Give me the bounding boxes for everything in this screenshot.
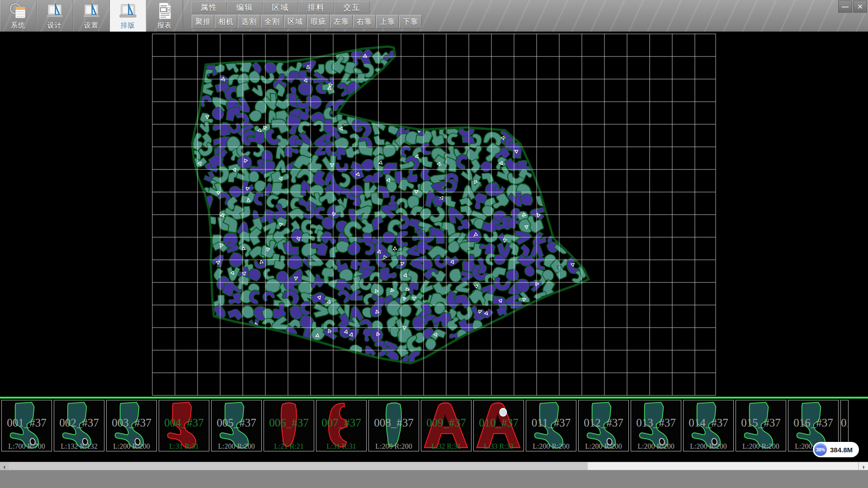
piece-lr-stats: L:200 R:200 — [526, 442, 576, 450]
scroll-right-icon: › — [863, 463, 865, 470]
piece-tile-010_#37[interactable]: 010_#37L:33 R:33 — [473, 400, 524, 451]
app-window: { "window": { "controls": { "minimize_ic… — [0, 0, 868, 488]
mode-label: 设计 — [47, 21, 62, 30]
piece-id-label: 004_#37 — [159, 417, 209, 429]
mode-button-排版[interactable]: 排版 — [110, 0, 146, 32]
tool-button-选割[interactable]: 选割 — [238, 15, 260, 28]
piece-tile-013_#37[interactable]: 013_#37L:200 R:200 — [631, 400, 681, 451]
progress-circle: 38% — [814, 443, 827, 456]
piece-id-label: 007_#37 — [316, 417, 366, 429]
piece-lr-stats: L:200 R:200 — [684, 442, 733, 450]
minimize-button[interactable]: — — [838, 0, 852, 13]
filmstrip-accent-line — [0, 397, 868, 399]
tool-button-瑕疵[interactable]: 瑕疵 — [307, 15, 330, 28]
piece-id-label: 012_#37 — [579, 417, 628, 429]
piece-tile-005_#37[interactable]: 005_#37L:200 R:200 — [211, 400, 262, 451]
piece-tile-003_#37[interactable]: 003_#37L:200 R:200 — [106, 400, 157, 451]
close-button[interactable]: ✕ — [853, 0, 867, 13]
piece-lr-stats: L:200 R:200 — [579, 442, 628, 450]
scrollbar-thumb[interactable] — [588, 462, 858, 470]
horizontal-scrollbar[interactable]: ‹ › — [0, 462, 868, 470]
tool-button-左靠[interactable]: 左靠 — [330, 15, 353, 28]
piece-tile-006_#37[interactable]: 006_#37L:21 R:21 — [264, 400, 314, 451]
tool-button-上靠[interactable]: 上靠 — [376, 15, 399, 28]
piece-lr-stats: L:200 R:200 — [369, 442, 419, 450]
piece-lr-stats: L:200 R:200 — [631, 442, 681, 450]
mode-button-bar: 系统设计设置排版报表 — [0, 0, 183, 32]
piece-tile-001_#37[interactable]: 001_#37L:700 R:700 — [1, 400, 52, 451]
piece-tile-009_#37[interactable]: 009_#37L:32 R:31 — [421, 400, 472, 451]
piece-lr-stats: L:200 R:200 — [212, 442, 261, 450]
settings-ruler-icon — [82, 1, 101, 20]
piece-tile-008_#37[interactable]: 008_#37L:200 R:200 — [368, 400, 419, 451]
piece-tile-014_#37[interactable]: 014_#37L:200 R:200 — [683, 400, 734, 451]
memory-badge[interactable]: 38% 384.8M — [813, 442, 859, 457]
piece-lr-stats: L:132 R:132 — [54, 442, 104, 450]
menu-tab-属性[interactable]: 属性 — [191, 1, 227, 14]
piece-tile-list: 001_#37L:700 R:700002_#37L:132 R:132003_… — [1, 400, 849, 451]
menu-tab-bar: 属性编辑区域排料交互 — [191, 1, 370, 14]
nesting-canvas[interactable] — [0, 32, 868, 397]
piece-id-label: 003_#37 — [107, 417, 156, 429]
piece-id-label: 015_#37 — [736, 417, 786, 429]
scroll-left-button[interactable]: ‹ — [0, 462, 9, 470]
mode-button-报表[interactable]: 报表 — [146, 0, 183, 32]
tool-button-相机[interactable]: 相机 — [215, 15, 237, 28]
piece-filmstrip: 001_#37L:700 R:700002_#37L:132 R:132003_… — [0, 397, 868, 454]
report-doc-icon — [155, 1, 174, 20]
window-controls: — ✕ — [838, 0, 867, 13]
piece-tile-015_#37[interactable]: 015_#37L:200 R:200 — [736, 400, 786, 451]
design-ruler-icon — [45, 1, 64, 20]
piece-id-label: 017_#37 — [841, 417, 848, 429]
piece-id-label: 008_#37 — [369, 417, 419, 429]
tool-button-全割[interactable]: 全割 — [261, 15, 283, 28]
scroll-left-icon: ‹ — [4, 463, 6, 470]
piece-tile-007_#37[interactable]: 007_#37L:31 R:31 — [316, 400, 367, 451]
piece-lr-stats: L:200 R:200 — [107, 442, 156, 450]
mode-button-系统[interactable]: 系统 — [0, 0, 37, 32]
menu-tab-交互[interactable]: 交互 — [334, 1, 370, 14]
mode-button-设计[interactable]: 设计 — [37, 0, 73, 32]
piece-id-label: 009_#37 — [421, 417, 471, 429]
toolbar-chrome: 系统设计设置排版报表 属性编辑区域排料交互 聚排相机选割全割区域瑕疵左靠右靠上靠… — [0, 0, 868, 32]
tool-button-右靠[interactable]: 右靠 — [353, 15, 376, 28]
mode-label: 报表 — [157, 21, 172, 30]
system-gear-icon — [9, 1, 28, 20]
piece-id-label: 001_#37 — [2, 417, 52, 429]
nesting-ruler-icon — [118, 1, 137, 20]
mode-button-设置[interactable]: 设置 — [73, 0, 110, 32]
menu-tab-编辑[interactable]: 编辑 — [227, 1, 263, 14]
piece-id-label: 011_#37 — [526, 417, 576, 429]
mode-label: 排版 — [121, 21, 135, 30]
piece-lr-stats: L:200 R:200 — [736, 442, 786, 450]
piece-lr-stats: L:31 R:31 — [159, 442, 209, 450]
piece-tile-011_#37[interactable]: 011_#37L:200 R:200 — [526, 400, 576, 451]
status-bar — [0, 470, 868, 488]
piece-id-label: 002_#37 — [54, 417, 104, 429]
menu-tab-区域[interactable]: 区域 — [263, 1, 298, 14]
tool-button-区域[interactable]: 区域 — [284, 15, 307, 28]
piece-id-label: 016_#37 — [788, 417, 838, 429]
piece-id-label: 010_#37 — [474, 417, 524, 429]
piece-lr-stats: L:700 R:700 — [2, 442, 52, 450]
piece-lr-stats: L:33 R:33 — [474, 442, 524, 450]
piece-lr-stats: L:21 R:21 — [264, 442, 314, 450]
nest-drawing — [0, 32, 868, 397]
piece-lr-stats: L:32 R:31 — [421, 442, 471, 450]
piece-id-label: 006_#37 — [264, 417, 314, 429]
piece-tile-004_#37[interactable]: 004_#37L:31 R:31 — [159, 400, 209, 451]
tool-button-聚排[interactable]: 聚排 — [192, 15, 214, 28]
memory-value: 384.8M — [830, 446, 853, 454]
close-icon: ✕ — [857, 3, 863, 11]
piece-lr-stats: L:31 R:31 — [316, 442, 366, 450]
scroll-right-button[interactable]: › — [859, 462, 868, 470]
piece-tile-012_#37[interactable]: 012_#37L:200 R:200 — [578, 400, 629, 451]
piece-tile-002_#37[interactable]: 002_#37L:132 R:132 — [54, 400, 104, 451]
menu-tab-排料[interactable]: 排料 — [298, 1, 334, 14]
piece-id-label: 013_#37 — [631, 417, 681, 429]
tool-button-下靠[interactable]: 下靠 — [399, 15, 422, 28]
tool-button-row: 聚排相机选割全割区域瑕疵左靠右靠上靠下靠 — [192, 15, 422, 28]
piece-id-label: 005_#37 — [212, 417, 261, 429]
piece-id-label: 014_#37 — [684, 417, 733, 429]
mode-label: 设置 — [84, 21, 99, 30]
